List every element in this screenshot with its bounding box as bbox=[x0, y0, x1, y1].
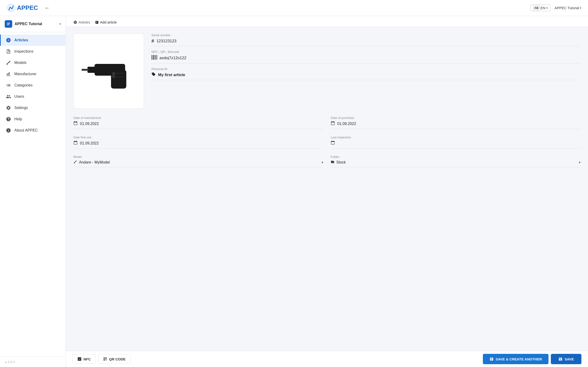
date-manufacture-value-row: 01.09.2022 bbox=[73, 121, 323, 126]
personal-id-value-row: My first article bbox=[151, 72, 580, 77]
save-button[interactable]: SAVE bbox=[551, 354, 581, 364]
settings-icon bbox=[6, 105, 11, 110]
serial-number-icon: # bbox=[151, 38, 154, 44]
model-icon bbox=[73, 160, 77, 165]
fields-column: Serial number # 123123123 NFC-, QR-, Bar… bbox=[151, 33, 580, 84]
svg-rect-14 bbox=[152, 55, 153, 60]
folder-value-row[interactable]: Stock ▾ bbox=[331, 160, 580, 165]
svg-rect-18 bbox=[156, 55, 156, 60]
nfc-qr-label: NFC-, QR-, Barcode bbox=[151, 50, 580, 54]
last-inspection-group: Last inspection bbox=[331, 136, 580, 149]
breadcrumb: Articles › Add article bbox=[66, 16, 588, 27]
sidebar-item-articles[interactable]: Articles bbox=[0, 34, 66, 46]
date-first-use-label: Date first use bbox=[73, 136, 323, 139]
language-selector[interactable]: AB EN ▾ bbox=[531, 4, 550, 11]
logo[interactable]: APPEC bbox=[7, 4, 38, 12]
breadcrumb-parent[interactable]: Articles bbox=[73, 20, 90, 24]
nfc-button[interactable]: NFC bbox=[72, 354, 96, 364]
header-right: AB EN ▾ APPEC Tutorial ▾ bbox=[531, 4, 581, 11]
account-chevron-icon: ▾ bbox=[580, 6, 581, 10]
lang-chevron-icon: ▾ bbox=[546, 6, 548, 10]
categories-icon bbox=[6, 83, 11, 88]
dates-row-1: Date of manufacture 01.09.2022 Date of p… bbox=[73, 116, 580, 129]
barcode-icon bbox=[151, 55, 157, 61]
models-icon bbox=[6, 60, 11, 65]
account-button[interactable]: APPEC Tutorial ▾ bbox=[555, 6, 581, 10]
sidebar-label-categories: Categories bbox=[14, 83, 33, 87]
lang-label: EN bbox=[540, 6, 545, 10]
svg-rect-13 bbox=[151, 55, 152, 60]
sidebar-label-settings: Settings bbox=[14, 106, 28, 110]
action-bar: NFC QR CODE SAVE & CREATE ANOTHER SAVE bbox=[66, 351, 588, 367]
svg-rect-12 bbox=[112, 72, 115, 78]
article-image-card bbox=[73, 33, 144, 108]
personal-id-label: Personal ID bbox=[151, 67, 580, 71]
serial-number-field: Serial number # 123123123 bbox=[151, 33, 580, 46]
nfc-qr-value-row: asdoj7z12s122 bbox=[151, 55, 580, 61]
calendar-first-use-icon bbox=[73, 141, 78, 146]
model-value: Andare - MyModel bbox=[79, 160, 110, 165]
barcode-svg-icon bbox=[151, 55, 157, 60]
lang-icon: AB bbox=[533, 6, 540, 10]
logo-text: APPEC bbox=[17, 4, 38, 11]
back-button[interactable]: ← bbox=[43, 4, 52, 12]
sidebar-label-manufacturer: Manufacturer bbox=[14, 72, 36, 76]
date-purchase-value: 01.09.2022 bbox=[337, 122, 356, 126]
sidebar-item-users[interactable]: Users bbox=[0, 91, 66, 102]
sidebar-item-inspections[interactable]: Inspections bbox=[0, 46, 66, 57]
articles-icon bbox=[6, 38, 11, 43]
serial-number-value: 123123123 bbox=[156, 39, 176, 43]
qr-button[interactable]: QR CODE bbox=[98, 354, 130, 364]
folder-value: Stock bbox=[336, 160, 346, 165]
date-purchase-group: Date of purchase 01.09.2022 bbox=[331, 116, 580, 129]
folder-label: Folder bbox=[331, 155, 580, 158]
sidebar-item-settings[interactable]: Settings bbox=[0, 102, 66, 114]
sidebar-nav: Articles Inspections Models bbox=[0, 32, 66, 357]
folder-icon bbox=[331, 160, 334, 165]
folder-dropdown-icon: ▾ bbox=[579, 160, 580, 164]
date-first-use-group: Date first use 01.09.2022 bbox=[73, 136, 323, 149]
users-icon bbox=[6, 94, 11, 99]
date-purchase-value-row: 01.09.2022 bbox=[331, 121, 580, 126]
nfc-button-label: NFC bbox=[84, 357, 91, 361]
articles-breadcrumb-icon bbox=[73, 20, 77, 24]
model-label: Model bbox=[73, 155, 323, 158]
qr-code-icon bbox=[103, 357, 107, 361]
sidebar-workspace[interactable]: APPEC Tutorial ▾ bbox=[0, 16, 66, 32]
serial-number-label: Serial number bbox=[151, 33, 580, 37]
sidebar: APPEC Tutorial ▾ Articles Inspections bbox=[0, 16, 66, 367]
svg-rect-4 bbox=[87, 67, 99, 73]
date-manufacture-value: 01.09.2022 bbox=[80, 122, 99, 126]
svg-rect-16 bbox=[154, 55, 155, 60]
main-content: Articles › Add article bbox=[66, 16, 588, 367]
dates-row-2: Date first use 01.09.2022 Last inspectio… bbox=[73, 136, 580, 149]
sidebar-version: ρ 2.0.0 bbox=[0, 357, 66, 367]
manufacturer-icon bbox=[6, 71, 11, 77]
form-area: Serial number # 123123123 NFC-, QR-, Bar… bbox=[66, 27, 588, 351]
sidebar-item-about[interactable]: About APPEC bbox=[0, 125, 66, 136]
sidebar-label-inspections: Inspections bbox=[14, 49, 33, 54]
svg-rect-17 bbox=[155, 55, 156, 60]
tag-icon bbox=[151, 72, 156, 77]
date-purchase-label: Date of purchase bbox=[331, 116, 580, 120]
sidebar-item-help[interactable]: Help bbox=[0, 114, 66, 125]
date-first-use-value-row: 01.09.2022 bbox=[73, 141, 323, 146]
qr-button-label: QR CODE bbox=[109, 357, 126, 361]
sidebar-item-categories[interactable]: Categories bbox=[0, 80, 66, 91]
personal-id-field: Personal ID My first article bbox=[151, 67, 580, 80]
save-create-another-button[interactable]: SAVE & CREATE ANOTHER bbox=[483, 354, 548, 364]
svg-rect-19 bbox=[157, 55, 157, 60]
save-label: SAVE bbox=[564, 357, 574, 361]
workspace-icon bbox=[5, 20, 12, 28]
sidebar-item-models[interactable]: Models bbox=[0, 57, 66, 68]
svg-point-1 bbox=[8, 39, 9, 40]
model-value-row[interactable]: Andare - MyModel ▾ bbox=[73, 160, 323, 165]
date-manufacture-group: Date of manufacture 01.09.2022 bbox=[73, 116, 323, 129]
workspace-chevron-icon: ▾ bbox=[60, 22, 61, 26]
save-icon bbox=[558, 357, 562, 361]
nfc-qr-field: NFC-, QR-, Barcode bbox=[151, 50, 580, 63]
action-bar-left: NFC QR CODE bbox=[72, 354, 130, 364]
serial-number-value-row: # 123123123 bbox=[151, 38, 580, 44]
save-another-icon bbox=[489, 357, 494, 361]
sidebar-item-manufacturer[interactable]: Manufacturer bbox=[0, 68, 66, 80]
